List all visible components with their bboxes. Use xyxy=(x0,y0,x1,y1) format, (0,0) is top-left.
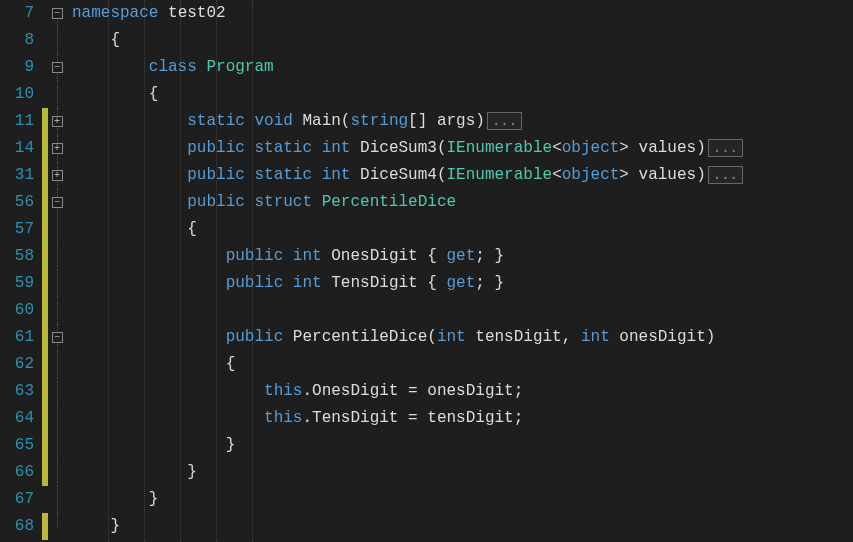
token-kw: public xyxy=(226,328,284,346)
line-number: 67 xyxy=(0,486,34,513)
token-var: TensDigit xyxy=(312,409,398,427)
token-kw: int xyxy=(293,247,322,265)
code-line[interactable]: public int OnesDigit { get; } xyxy=(66,243,853,270)
token-punct: ; } xyxy=(475,274,504,292)
fold-collapse-icon[interactable]: − xyxy=(52,332,63,343)
line-number: 31 xyxy=(0,162,34,189)
fold-cell xyxy=(48,81,66,108)
code-line[interactable]: } xyxy=(66,513,853,540)
token-punct: ; xyxy=(514,409,524,427)
fold-cell: − xyxy=(48,189,66,216)
code-line[interactable]: this.TensDigit = tensDigit; xyxy=(66,405,853,432)
token-punct: > xyxy=(619,166,629,184)
fold-cell xyxy=(48,351,66,378)
fold-collapse-icon[interactable]: − xyxy=(52,8,63,19)
token-kw: int xyxy=(293,274,322,292)
code-line[interactable]: { xyxy=(66,351,853,378)
fold-cell xyxy=(48,378,66,405)
token-punct: } xyxy=(187,463,197,481)
fold-expand-icon[interactable]: + xyxy=(52,116,63,127)
collapsed-region-icon[interactable]: ... xyxy=(708,139,743,157)
line-number: 14 xyxy=(0,135,34,162)
token-kw: public xyxy=(187,193,245,211)
line-number: 11 xyxy=(0,108,34,135)
token-kw: static xyxy=(254,139,312,157)
token-punct: ) xyxy=(696,166,706,184)
token-punct: , xyxy=(562,328,572,346)
token-kw: struct xyxy=(254,193,312,211)
token-punct: [] xyxy=(408,112,427,130)
token-var: values xyxy=(639,139,697,157)
code-content[interactable]: namespace test02 { class Program { stati… xyxy=(66,0,853,542)
fold-cell xyxy=(48,513,66,540)
line-number: 65 xyxy=(0,432,34,459)
token-var: OnesDigit xyxy=(331,247,417,265)
code-line[interactable]: public int TensDigit { get; } xyxy=(66,270,853,297)
code-line[interactable]: { xyxy=(66,81,853,108)
code-line[interactable]: } xyxy=(66,432,853,459)
collapsed-region-icon[interactable]: ... xyxy=(708,166,743,184)
token-punct: { xyxy=(110,31,120,49)
token-punct: ; } xyxy=(475,247,504,265)
token-type: IEnumerable xyxy=(447,139,553,157)
code-line[interactable]: namespace test02 xyxy=(66,0,853,27)
code-line[interactable]: { xyxy=(66,27,853,54)
code-line[interactable]: static void Main(string[] args)... xyxy=(66,108,853,135)
code-line[interactable]: public struct PercentileDice xyxy=(66,189,853,216)
token-punct: { xyxy=(427,247,446,265)
token-kw: public xyxy=(187,139,245,157)
code-line[interactable]: } xyxy=(66,486,853,513)
token-kw: object xyxy=(562,166,620,184)
token-punct: < xyxy=(552,139,562,157)
fold-cell xyxy=(48,297,66,324)
line-number: 60 xyxy=(0,297,34,324)
code-line[interactable]: { xyxy=(66,216,853,243)
fold-cell xyxy=(48,405,66,432)
token-punct: = xyxy=(408,409,418,427)
fold-collapse-icon[interactable]: − xyxy=(52,62,63,73)
token-kw: get xyxy=(447,274,476,292)
line-number-column: 789101114315657585960616263646566676869 xyxy=(0,0,42,542)
line-number: 9 xyxy=(0,54,34,81)
token-kw: static xyxy=(254,166,312,184)
fold-cell xyxy=(48,27,66,54)
fold-expand-icon[interactable]: + xyxy=(52,143,63,154)
line-number: 63 xyxy=(0,378,34,405)
code-line[interactable]: this.OnesDigit = onesDigit; xyxy=(66,378,853,405)
line-number: 10 xyxy=(0,81,34,108)
fold-column: −−+++−− xyxy=(48,0,66,542)
token-punct: ) xyxy=(696,139,706,157)
line-number: 61 xyxy=(0,324,34,351)
code-line[interactable]: public static int DiceSum3(IEnumerable<o… xyxy=(66,135,853,162)
fold-cell: + xyxy=(48,135,66,162)
fold-cell xyxy=(48,216,66,243)
code-line[interactable]: public static int DiceSum4(IEnumerable<o… xyxy=(66,162,853,189)
token-punct: > xyxy=(619,139,629,157)
fold-expand-icon[interactable]: + xyxy=(52,170,63,181)
token-punct: ( xyxy=(437,166,447,184)
token-punct: { xyxy=(427,274,446,292)
token-punct: ; xyxy=(514,382,524,400)
line-number: 57 xyxy=(0,216,34,243)
code-line[interactable]: } xyxy=(66,459,853,486)
token-var: TensDigit xyxy=(331,274,417,292)
token-var: Main xyxy=(302,112,340,130)
code-line[interactable]: public PercentileDice(int tensDigit, int… xyxy=(66,324,853,351)
fold-collapse-icon[interactable]: − xyxy=(52,197,63,208)
line-number: 62 xyxy=(0,351,34,378)
token-var: PercentileDice xyxy=(293,328,427,346)
code-line[interactable]: class Program xyxy=(66,54,853,81)
fold-cell xyxy=(48,270,66,297)
token-punct: ) xyxy=(706,328,716,346)
token-var: OnesDigit xyxy=(312,382,398,400)
code-line[interactable] xyxy=(66,297,853,324)
code-editor[interactable]: 789101114315657585960616263646566676869 … xyxy=(0,0,853,542)
token-kw: namespace xyxy=(72,4,158,22)
token-this: this xyxy=(264,409,302,427)
collapsed-region-icon[interactable]: ... xyxy=(487,112,522,130)
fold-cell xyxy=(48,432,66,459)
token-punct: { xyxy=(149,85,159,103)
token-punct: } xyxy=(149,490,159,508)
token-punct: ( xyxy=(437,139,447,157)
line-number: 68 xyxy=(0,513,34,540)
